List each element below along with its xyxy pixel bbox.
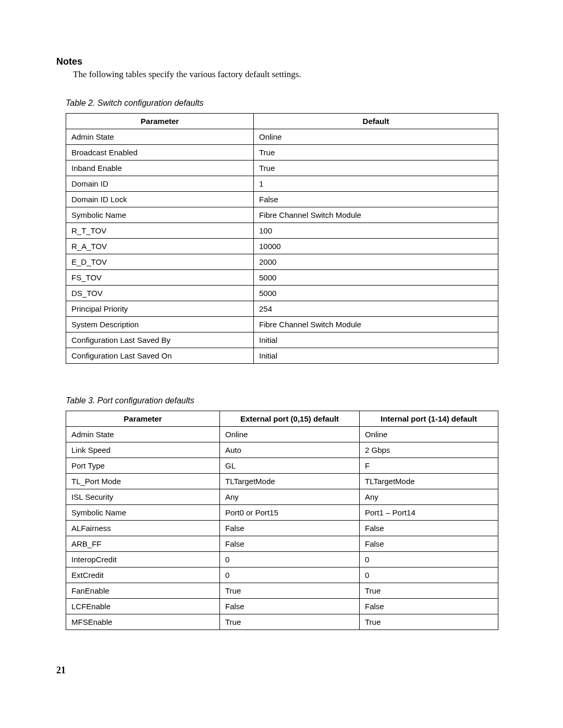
table-cell: False	[360, 599, 498, 614]
table-cell: False	[360, 521, 498, 536]
table-cell: 10000	[254, 239, 498, 254]
table-row: Link SpeedAuto2 Gbps	[66, 442, 498, 458]
table-row: ALFairnessFalseFalse	[66, 521, 498, 536]
page: Notes The following tables specify the v…	[0, 0, 563, 728]
table-cell: Initial	[254, 332, 498, 348]
table-cell: 254	[254, 301, 498, 317]
table-cell: True	[220, 614, 360, 630]
table-row: Admin StateOnlineOnline	[66, 427, 498, 442]
table-row: Configuration Last Saved OnInitial	[66, 348, 498, 364]
table-cell: 5000	[254, 270, 498, 286]
table-row: Principal Priority254	[66, 301, 498, 317]
table-3-caption: Table 3. Port configuration defaults	[66, 396, 507, 405]
section-heading: Notes	[56, 56, 507, 67]
table-row: TL_Port ModeTLTargetModeTLTargetMode	[66, 474, 498, 489]
table-cell: Online	[254, 129, 498, 145]
table-row: Port TypeGLF	[66, 458, 498, 474]
table-cell: Fibre Channel Switch Module	[254, 207, 498, 223]
table-cell: ARB_FF	[66, 536, 220, 552]
table-header-row: Parameter External port (0,15) default I…	[66, 411, 498, 427]
table-row: Admin StateOnline	[66, 129, 498, 145]
table-header-cell: Parameter	[66, 114, 254, 129]
table-cell: Any	[220, 489, 360, 505]
table-cell: FS_TOV	[66, 270, 254, 286]
table-2-caption: Table 2. Switch configuration defaults	[66, 98, 507, 108]
table-cell: True	[254, 145, 498, 161]
table-row: R_A_TOV10000	[66, 239, 498, 254]
table-cell: TLTargetMode	[360, 474, 498, 489]
table-header-row: Parameter Default	[66, 114, 498, 129]
table-cell: True	[220, 583, 360, 599]
table-cell: False	[220, 599, 360, 614]
table-2: Parameter Default Admin StateOnlineBroad…	[66, 113, 498, 364]
table-row: R_T_TOV100	[66, 223, 498, 239]
table-cell: Configuration Last Saved On	[66, 348, 254, 364]
table-cell: System Description	[66, 317, 254, 332]
table-cell: LCFEnable	[66, 599, 220, 614]
table-cell: Any	[360, 489, 498, 505]
table-cell: 2 Gbps	[360, 442, 498, 458]
table-cell: GL	[220, 458, 360, 474]
table-row: E_D_TOV2000	[66, 254, 498, 270]
table-cell: Online	[220, 427, 360, 442]
table-2-body: Admin StateOnlineBroadcast EnabledTrueIn…	[66, 129, 498, 364]
table-cell: Online	[360, 427, 498, 442]
table-row: InteropCredit00	[66, 552, 498, 567]
table-cell: R_T_TOV	[66, 223, 254, 239]
table-cell: R_A_TOV	[66, 239, 254, 254]
table-row: LCFEnableFalseFalse	[66, 599, 498, 614]
table-cell: TLTargetMode	[220, 474, 360, 489]
table-row: FanEnableTrueTrue	[66, 583, 498, 599]
table-cell: 2000	[254, 254, 498, 270]
table-cell: Fibre Channel Switch Module	[254, 317, 498, 332]
table-cell: ALFairness	[66, 521, 220, 536]
table-cell: Domain ID	[66, 176, 254, 192]
table-cell: Inband Enable	[66, 161, 254, 176]
table-header-cell: External port (0,15) default	[220, 411, 360, 427]
table-row: Domain ID1	[66, 176, 498, 192]
table-cell: Principal Priority	[66, 301, 254, 317]
table-cell: False	[220, 536, 360, 552]
table-cell: F	[360, 458, 498, 474]
table-row: MFSEnableTrueTrue	[66, 614, 498, 630]
table-cell: False	[220, 521, 360, 536]
table-header-cell: Default	[254, 114, 498, 129]
table-cell: 0	[360, 552, 498, 567]
table-cell: Initial	[254, 348, 498, 364]
table-cell: Symbolic Name	[66, 207, 254, 223]
table-cell: 0	[360, 567, 498, 583]
table-cell: ISL Security	[66, 489, 220, 505]
table-row: Inband EnableTrue	[66, 161, 498, 176]
table-cell: Port Type	[66, 458, 220, 474]
table-cell: Link Speed	[66, 442, 220, 458]
table-cell: E_D_TOV	[66, 254, 254, 270]
table-row: Symbolic NamePort0 or Port15Port1 – Port…	[66, 505, 498, 521]
table-cell: ExtCredit	[66, 567, 220, 583]
table-3: Parameter External port (0,15) default I…	[66, 411, 498, 630]
table-row: ExtCredit00	[66, 567, 498, 583]
table-row: Symbolic NameFibre Channel Switch Module	[66, 207, 498, 223]
table-cell: 100	[254, 223, 498, 239]
table-cell: TL_Port Mode	[66, 474, 220, 489]
table-cell: Auto	[220, 442, 360, 458]
table-cell: False	[360, 536, 498, 552]
table-row: Broadcast EnabledTrue	[66, 145, 498, 161]
table-cell: Admin State	[66, 129, 254, 145]
table-cell: 0	[220, 552, 360, 567]
table-row: Domain ID LockFalse	[66, 192, 498, 207]
table-row: Configuration Last Saved ByInitial	[66, 332, 498, 348]
table-row: FS_TOV5000	[66, 270, 498, 286]
table-cell: 1	[254, 176, 498, 192]
table-row: DS_TOV5000	[66, 286, 498, 301]
table-cell: True	[254, 161, 498, 176]
table-cell: Admin State	[66, 427, 220, 442]
table-3-body: Admin StateOnlineOnlineLink SpeedAuto2 G…	[66, 427, 498, 630]
page-number: 21	[56, 665, 66, 676]
table-cell: Configuration Last Saved By	[66, 332, 254, 348]
table-cell: MFSEnable	[66, 614, 220, 630]
table-cell: Domain ID Lock	[66, 192, 254, 207]
table-cell: 0	[220, 567, 360, 583]
table-row: ARB_FFFalseFalse	[66, 536, 498, 552]
table-cell: True	[360, 583, 498, 599]
table-cell: False	[254, 192, 498, 207]
